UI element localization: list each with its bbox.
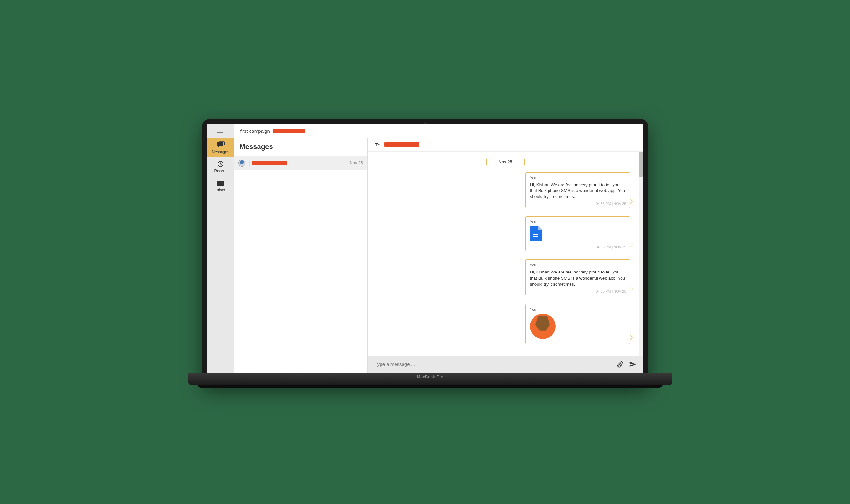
menu-button[interactable] bbox=[207, 124, 234, 138]
svg-rect-1 bbox=[218, 130, 223, 131]
document-attachment[interactable] bbox=[530, 226, 626, 243]
svg-rect-0 bbox=[218, 129, 223, 129]
message-body: Hi, Kishan We are feeling very proud to … bbox=[530, 269, 626, 288]
scrollbar-track bbox=[639, 151, 643, 356]
sidebar-item-messages[interactable]: Messages bbox=[207, 138, 234, 157]
sidebar-item-label: Inbox bbox=[216, 188, 225, 192]
camera-dot bbox=[424, 122, 426, 124]
message-sender: You bbox=[530, 263, 626, 267]
message-bubble: You Hi, Kishan We are feeling very proud… bbox=[525, 172, 630, 208]
app-screen: first campaign Messages Recent Inbox bbox=[207, 124, 643, 373]
inbox-icon bbox=[216, 180, 225, 186]
message-list-title: Messages bbox=[234, 138, 367, 156]
document-icon bbox=[530, 226, 542, 241]
svg-rect-5 bbox=[533, 237, 536, 238]
chat-header: To: bbox=[368, 138, 643, 151]
message-sender: You bbox=[530, 176, 626, 180]
message-sender: You bbox=[530, 307, 626, 312]
message-timestamp: 04:36 PM | NOV 25 bbox=[596, 289, 626, 293]
message-bubble: You bbox=[525, 304, 630, 344]
image-attachment[interactable] bbox=[530, 313, 626, 339]
message-bubble: You 04:56 PM | NOV 25 bbox=[525, 216, 630, 251]
device-model: MacBook Pro bbox=[417, 374, 444, 379]
message-timestamp: 04:56 PM | NOV 25 bbox=[596, 245, 626, 249]
hamburger-icon bbox=[218, 129, 223, 133]
campaign-title: first campaign bbox=[234, 124, 305, 138]
date-separator: Nov 25 bbox=[486, 158, 525, 166]
chat-icon bbox=[216, 141, 225, 148]
avatar-image-icon bbox=[530, 313, 556, 339]
sidebar-item-inbox[interactable]: Inbox bbox=[207, 176, 234, 196]
message-body: Hi, Kishan We are feeling very proud to … bbox=[530, 182, 626, 200]
sidebar-item-label: Messages bbox=[212, 150, 229, 154]
campaign-label: first campaign bbox=[240, 128, 270, 134]
scrollbar-thumb[interactable] bbox=[639, 151, 643, 177]
contact-avatar-icon bbox=[238, 160, 245, 166]
chat-panel: To: Nov 25 You Hi, Kishan We are feeling… bbox=[368, 138, 643, 373]
attach-icon[interactable] bbox=[617, 361, 623, 368]
svg-rect-3 bbox=[533, 234, 538, 235]
send-icon[interactable] bbox=[629, 361, 636, 368]
laptop-base: MacBook Pro bbox=[188, 373, 673, 385]
svg-rect-4 bbox=[533, 236, 538, 237]
main-area: Messages Recent Inbox Messages bbox=[207, 138, 643, 373]
compose-input[interactable] bbox=[375, 361, 611, 367]
message-timestamp: 04:36 PM | NOV 25 bbox=[596, 202, 626, 206]
topbar: first campaign bbox=[207, 124, 643, 138]
redacted-text bbox=[384, 142, 419, 147]
to-label: To: bbox=[376, 142, 382, 147]
message-list-panel: Messages | Nov 25 bbox=[234, 138, 368, 373]
chat-body[interactable]: Nov 25 You Hi, Kishan We are feeling ver… bbox=[368, 151, 643, 356]
svg-rect-2 bbox=[218, 132, 223, 133]
redacted-text bbox=[252, 161, 287, 165]
sidebar-item-label: Recent bbox=[214, 169, 226, 173]
message-bubble: You Hi, Kishan We are feeling very proud… bbox=[525, 259, 630, 295]
contact-name: | bbox=[248, 160, 347, 166]
sidebar: Messages Recent Inbox bbox=[207, 138, 234, 373]
message-sender: You bbox=[530, 220, 626, 224]
laptop-frame: first campaign Messages Recent Inbox bbox=[202, 119, 648, 385]
compose-bar bbox=[368, 356, 643, 373]
clock-icon bbox=[216, 160, 225, 167]
conversation-item[interactable]: | Nov 25 bbox=[234, 156, 367, 170]
conversation-date: Nov 25 bbox=[350, 160, 363, 165]
redacted-text bbox=[273, 129, 305, 133]
sidebar-item-recent[interactable]: Recent bbox=[207, 157, 234, 176]
